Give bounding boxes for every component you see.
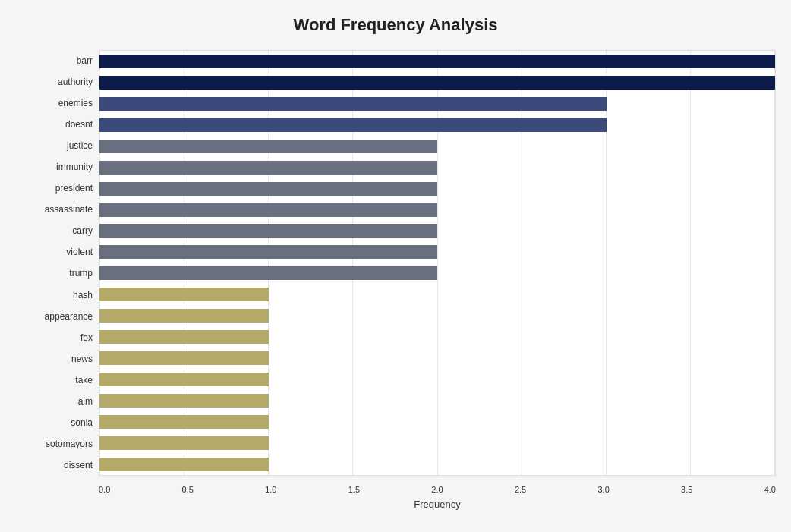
bar bbox=[99, 245, 437, 259]
y-label: fox bbox=[15, 329, 93, 346]
grid-line bbox=[522, 51, 522, 475]
x-tick: 2.0 bbox=[431, 485, 443, 494]
x-tick: 1.5 bbox=[348, 485, 360, 494]
bar-row bbox=[99, 265, 775, 282]
y-label: take bbox=[15, 372, 93, 389]
chart-title: Word Frequency Analysis bbox=[15, 15, 776, 35]
bar bbox=[99, 118, 607, 132]
x-axis-label: Frequency bbox=[99, 499, 776, 510]
y-label: aim bbox=[15, 393, 93, 410]
bar bbox=[99, 330, 269, 344]
bar-row bbox=[99, 371, 775, 388]
bar bbox=[99, 373, 269, 386]
bar bbox=[99, 76, 775, 90]
bar bbox=[99, 161, 437, 175]
bar bbox=[99, 288, 269, 301]
bar-row bbox=[99, 286, 775, 303]
y-label: justice bbox=[15, 137, 93, 154]
bar-row bbox=[99, 53, 775, 70]
x-tick: 2.5 bbox=[515, 485, 526, 494]
bar bbox=[99, 203, 437, 217]
y-label: sonia bbox=[15, 414, 93, 431]
bar bbox=[99, 436, 269, 450]
grid-line bbox=[99, 51, 100, 475]
chart-container: Word Frequency Analysis barrauthorityene… bbox=[0, 0, 791, 532]
bar-row bbox=[99, 392, 775, 409]
bar-row bbox=[99, 117, 775, 134]
bar bbox=[99, 182, 437, 196]
x-tick: 4.0 bbox=[764, 485, 776, 494]
plot-area bbox=[99, 50, 776, 476]
grid-line bbox=[606, 51, 607, 475]
y-label: enemies bbox=[15, 95, 93, 112]
bar-row bbox=[99, 138, 775, 155]
bar-row bbox=[99, 181, 775, 197]
grid-line bbox=[268, 51, 269, 475]
y-label: barr bbox=[15, 52, 93, 69]
y-label: president bbox=[15, 180, 93, 197]
bar bbox=[99, 458, 269, 471]
bar-row bbox=[99, 202, 775, 219]
chart-inner: barrauthorityenemiesdoesntjusticeimmunit… bbox=[15, 50, 776, 476]
y-label: hash bbox=[15, 287, 93, 304]
x-tick: 3.5 bbox=[681, 485, 692, 494]
x-tick: 0.5 bbox=[182, 485, 194, 494]
bar bbox=[99, 140, 437, 153]
bar-row bbox=[99, 222, 775, 239]
y-label: violent bbox=[15, 244, 93, 260]
y-label: appearance bbox=[15, 308, 93, 325]
bar-row bbox=[99, 456, 775, 473]
y-label: dissent bbox=[15, 457, 93, 474]
y-label: immunity bbox=[15, 159, 93, 175]
bar-row bbox=[99, 159, 775, 176]
bar bbox=[99, 309, 269, 323]
x-tick: 1.0 bbox=[265, 485, 276, 494]
x-ticks: 0.00.51.01.52.02.53.03.54.0 bbox=[99, 482, 776, 496]
x-tick: 0.0 bbox=[99, 485, 110, 494]
grid-line bbox=[690, 51, 691, 475]
bar bbox=[99, 55, 775, 68]
x-axis: 0.00.51.01.52.02.53.03.54.0 Frequency bbox=[99, 482, 776, 510]
y-label: news bbox=[15, 351, 93, 367]
bar bbox=[99, 224, 437, 238]
y-label: doesnt bbox=[15, 116, 93, 133]
bar bbox=[99, 394, 269, 408]
bar bbox=[99, 266, 437, 280]
y-label: carry bbox=[15, 222, 93, 239]
y-label: authority bbox=[15, 74, 93, 90]
bar bbox=[99, 351, 269, 365]
x-tick: 3.0 bbox=[597, 485, 609, 494]
grid-lines bbox=[99, 51, 775, 475]
bar-row bbox=[99, 96, 775, 112]
y-label: sotomayors bbox=[15, 436, 93, 452]
bar-row bbox=[99, 244, 775, 260]
bar-row bbox=[99, 414, 775, 430]
bar-row bbox=[99, 350, 775, 367]
bar-row bbox=[99, 329, 775, 345]
bar bbox=[99, 415, 269, 429]
bar-row bbox=[99, 74, 775, 91]
bar-row bbox=[99, 307, 775, 324]
grid-line bbox=[184, 51, 184, 475]
y-label: trump bbox=[15, 265, 93, 282]
y-label: assassinate bbox=[15, 201, 93, 218]
grid-line bbox=[774, 51, 775, 475]
y-axis: barrauthorityenemiesdoesntjusticeimmunit… bbox=[15, 50, 99, 476]
bar-row bbox=[99, 435, 775, 452]
grid-line bbox=[352, 51, 353, 475]
bar bbox=[99, 97, 607, 111]
grid-line bbox=[437, 51, 438, 475]
